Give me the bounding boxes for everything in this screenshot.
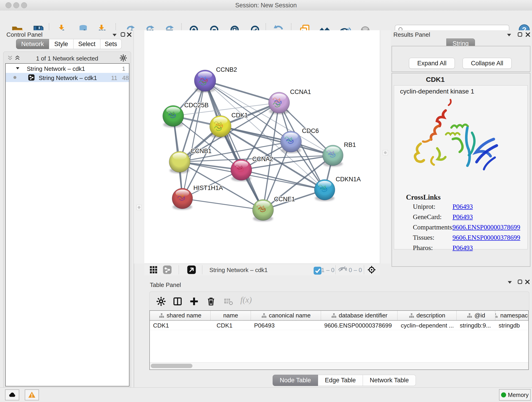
tab-sets[interactable]: Sets <box>100 39 122 49</box>
shared-column-icon <box>495 313 498 318</box>
expand-all-button[interactable]: Expand All <box>409 58 455 69</box>
add-column-icon[interactable] <box>189 296 199 306</box>
network-node-CDKN1A[interactable]: CDKN1A <box>314 176 361 201</box>
column-header-shared-name[interactable]: shared name <box>150 311 210 320</box>
crosslink-link[interactable]: P06493 <box>452 244 473 252</box>
network-label: String Network – cdk1 <box>39 75 97 82</box>
control-panel: Control Panel NetworkStyleSelectSets 1 o… <box>0 30 134 387</box>
node-label-CCNB2: CCNB2 <box>216 66 237 73</box>
grid-view-icon[interactable] <box>149 265 158 274</box>
tab-network-table[interactable]: Network Table <box>363 375 416 386</box>
column-header-name[interactable]: name <box>210 311 251 320</box>
fit-selected-crosshair-icon[interactable] <box>367 265 376 274</box>
column-header-canonical-name[interactable]: canonical name <box>251 311 321 320</box>
right-splitter-handle[interactable] <box>383 150 388 155</box>
column-header-description[interactable]: description <box>398 311 456 320</box>
selected-nodes-checkbox[interactable] <box>313 266 322 275</box>
crosslink-link[interactable]: 9606.ENSP00000378699 <box>452 223 520 231</box>
table-panel-menu-icon[interactable] <box>507 280 513 285</box>
node-label-CDK1: CDK1 <box>231 112 248 119</box>
node-label-CCNA1: CCNA1 <box>290 89 311 95</box>
network-list-item[interactable]: String Network – cdk1 11 48 <box>6 73 129 82</box>
node-table: shared namenamecanonical namedatabase id… <box>149 310 529 370</box>
network-collection-count: 1 <box>122 65 125 72</box>
scrollbar-thumb[interactable] <box>151 364 192 368</box>
results-buttons-box: Expand All Collapse All <box>392 46 530 72</box>
table-panel-close-icon[interactable] <box>525 279 530 285</box>
warning-icon <box>28 391 36 399</box>
table-panel-float-icon[interactable] <box>517 279 523 285</box>
shared-column-icon <box>261 313 267 318</box>
results-panel-float-icon[interactable] <box>517 32 523 37</box>
titlebar: Session: New Session <box>0 0 532 11</box>
function-builder-icon-disabled: f(x) <box>240 295 252 305</box>
network-panel-options-gear-icon[interactable] <box>119 54 127 62</box>
show-columns-icon[interactable] <box>172 296 183 306</box>
string-network-icon <box>28 74 35 81</box>
column-header--id[interactable]: @id <box>457 311 496 320</box>
table-horizontal-scrollbar[interactable] <box>150 362 528 370</box>
left-splitter[interactable] <box>133 30 145 264</box>
node-label-CCNE1: CCNE1 <box>274 196 295 203</box>
right-splitter[interactable] <box>380 30 391 264</box>
table-panel-title: Table Panel <box>150 281 181 288</box>
crosslink-link[interactable]: 9606.ENSP00000378699 <box>452 234 520 241</box>
network-tree-panel: 1 of 1 Network selected String Network –… <box>3 51 131 389</box>
control-panel-close-icon[interactable] <box>127 32 132 37</box>
tab-style[interactable]: Style <box>49 39 74 49</box>
results-panel: Results Panel String Expand All Collapse… <box>391 30 532 275</box>
memory-button[interactable]: Memory <box>499 389 531 401</box>
column-header-database-identifier[interactable]: database identifier <box>321 311 398 320</box>
shared-column-icon <box>159 313 164 318</box>
table-cell: CDK1 <box>210 321 251 330</box>
shared-column-icon <box>467 313 472 318</box>
tab-select[interactable]: Select <box>74 39 100 49</box>
crosslink-label: GeneCard: <box>413 213 442 221</box>
window-title: Session: New Session <box>0 2 532 9</box>
cloud-icon <box>8 391 16 399</box>
collapse-all-button[interactable]: Collapse All <box>462 58 512 69</box>
crosslink-label: Pharos: <box>413 244 433 252</box>
network-node-RB1[interactable]: RB1 <box>323 141 356 167</box>
control-panel-float-icon[interactable] <box>120 32 126 37</box>
tab-network[interactable]: Network <box>16 39 49 49</box>
table-panel: Table Panel f(x) shared namenamecanonica… <box>144 275 532 387</box>
left-splitter-handle[interactable] <box>137 205 142 210</box>
application-window: Session: New Session ? Control Panel Net… <box>0 0 532 402</box>
network-collection-label: String Network – cdk1 <box>27 65 85 72</box>
table-cell: stringdb <box>495 321 528 330</box>
network-list-item[interactable]: String Network – cdk1 1 <box>6 64 129 73</box>
table-options-gear-icon[interactable] <box>156 296 166 306</box>
network-overview-icon[interactable] <box>163 265 172 274</box>
table-cell: stringdb:9... <box>457 321 496 330</box>
node-label-CCNA2: CCNA2 <box>252 156 273 162</box>
shared-column-icon <box>409 313 414 318</box>
tab-node-table[interactable]: Node Table <box>273 375 318 386</box>
birdseye-view-icon[interactable] <box>187 265 196 274</box>
control-panel-menu-icon[interactable] <box>112 32 117 38</box>
tab-edge-table[interactable]: Edge Table <box>318 375 363 386</box>
network-canvas[interactable]: CCNB2 CCNA1 CDC25B CDK1 <box>144 30 380 264</box>
crosslink-link[interactable]: P06493 <box>452 213 473 221</box>
network-list: String Network – cdk1 1 String Network –… <box>5 63 129 386</box>
main-toolbar: ? <box>0 11 532 31</box>
hidden-elements-icon[interactable] <box>338 265 347 274</box>
delete-column-icon[interactable] <box>206 296 216 306</box>
shared-column-icon <box>331 313 336 318</box>
network-selection-status: 1 of 1 Network selected <box>3 55 131 62</box>
table-row[interactable]: CDK1CDK1P064939606.ENSP00000378699cyclin… <box>150 321 528 330</box>
results-panel-menu-icon[interactable] <box>506 32 512 38</box>
network-node-CCNA1[interactable]: CCNA1 <box>268 89 311 114</box>
cloud-status-button[interactable] <box>5 389 19 400</box>
delete-table-icon-disabled <box>223 296 234 306</box>
node-label-CDKN1A: CDKN1A <box>336 176 361 183</box>
crosslink-link[interactable]: P06493 <box>452 203 473 211</box>
network-status-dot <box>13 75 17 80</box>
results-panel-close-icon[interactable] <box>525 32 531 37</box>
tree-expand-icon[interactable] <box>15 66 20 70</box>
bottom-statusbar: Memory <box>0 387 532 402</box>
warnings-button[interactable] <box>25 389 39 400</box>
crosslink-label: Uniprot: <box>413 203 435 211</box>
network-node-HIST1H1A[interactable]: HIST1H1A <box>172 185 223 210</box>
column-header-namespace[interactable]: namespace <box>495 311 528 320</box>
